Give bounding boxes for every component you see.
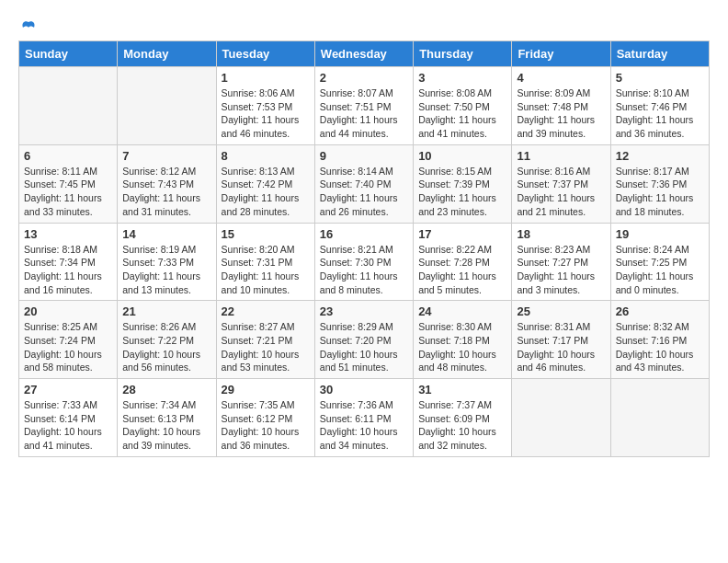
day-number: 12 xyxy=(616,149,704,163)
table-row: 18Sunrise: 8:23 AMSunset: 7:27 PMDayligh… xyxy=(512,223,610,301)
day-info: Sunrise: 8:14 AMSunset: 7:40 PMDaylight:… xyxy=(320,165,408,219)
table-row: 14Sunrise: 8:19 AMSunset: 7:33 PMDayligh… xyxy=(118,223,216,301)
day-number: 20 xyxy=(24,304,112,318)
day-number: 22 xyxy=(222,304,310,318)
table-row: 19Sunrise: 8:24 AMSunset: 7:25 PMDayligh… xyxy=(610,223,709,301)
day-info: Sunrise: 8:21 AMSunset: 7:30 PMDaylight:… xyxy=(320,243,408,297)
day-info: Sunrise: 8:07 AMSunset: 7:51 PMDaylight:… xyxy=(320,86,408,141)
day-info: Sunrise: 8:18 AMSunset: 7:34 PMDaylight:… xyxy=(24,243,112,297)
table-row: 30Sunrise: 7:36 AMSunset: 6:11 PMDayligh… xyxy=(314,379,413,457)
table-row: 26Sunrise: 8:32 AMSunset: 7:16 PMDayligh… xyxy=(610,301,709,379)
table-row: 17Sunrise: 8:22 AMSunset: 7:28 PMDayligh… xyxy=(414,223,512,301)
calendar-header-thursday: Thursday xyxy=(414,41,512,67)
day-number: 15 xyxy=(222,227,310,241)
table-row: 2Sunrise: 8:07 AMSunset: 7:51 PMDaylight… xyxy=(314,67,413,145)
logo xyxy=(18,18,38,33)
day-number: 13 xyxy=(24,227,112,241)
day-info: Sunrise: 8:11 AMSunset: 7:45 PMDaylight:… xyxy=(24,165,112,219)
day-info: Sunrise: 8:20 AMSunset: 7:31 PMDaylight:… xyxy=(222,243,310,297)
calendar-header-sunday: Sunday xyxy=(19,41,118,67)
day-info: Sunrise: 8:16 AMSunset: 7:37 PMDaylight:… xyxy=(517,165,605,219)
day-info: Sunrise: 8:22 AMSunset: 7:28 PMDaylight:… xyxy=(418,243,506,297)
day-info: Sunrise: 8:32 AMSunset: 7:16 PMDaylight:… xyxy=(616,320,704,374)
day-info: Sunrise: 8:15 AMSunset: 7:39 PMDaylight:… xyxy=(418,165,506,219)
table-row xyxy=(19,67,118,145)
day-number: 11 xyxy=(517,149,605,163)
table-row: 6Sunrise: 8:11 AMSunset: 7:45 PMDaylight… xyxy=(19,144,118,223)
table-row: 5Sunrise: 8:10 AMSunset: 7:46 PMDaylight… xyxy=(610,67,709,145)
day-info: Sunrise: 8:09 AMSunset: 7:48 PMDaylight:… xyxy=(517,86,605,141)
calendar-header-friday: Friday xyxy=(512,41,610,67)
day-number: 29 xyxy=(222,383,310,396)
calendar-week-1: 1Sunrise: 8:06 AMSunset: 7:53 PMDaylight… xyxy=(19,67,710,145)
table-row: 4Sunrise: 8:09 AMSunset: 7:48 PMDaylight… xyxy=(512,67,610,145)
table-row: 3Sunrise: 8:08 AMSunset: 7:50 PMDaylight… xyxy=(414,67,512,145)
table-row: 1Sunrise: 8:06 AMSunset: 7:53 PMDaylight… xyxy=(216,67,314,145)
day-info: Sunrise: 8:26 AMSunset: 7:22 PMDaylight:… xyxy=(122,320,210,374)
table-row: 13Sunrise: 8:18 AMSunset: 7:34 PMDayligh… xyxy=(19,223,118,301)
day-info: Sunrise: 8:19 AMSunset: 7:33 PMDaylight:… xyxy=(122,243,210,297)
day-info: Sunrise: 8:30 AMSunset: 7:18 PMDaylight:… xyxy=(418,320,506,374)
calendar-week-5: 27Sunrise: 7:33 AMSunset: 6:14 PMDayligh… xyxy=(19,379,710,457)
table-row xyxy=(118,67,216,145)
calendar-week-4: 20Sunrise: 8:25 AMSunset: 7:24 PMDayligh… xyxy=(19,301,710,379)
calendar-body: 1Sunrise: 8:06 AMSunset: 7:53 PMDaylight… xyxy=(19,67,710,457)
day-number: 10 xyxy=(418,149,506,163)
day-number: 21 xyxy=(122,304,210,318)
day-number: 5 xyxy=(616,71,704,85)
day-info: Sunrise: 8:31 AMSunset: 7:17 PMDaylight:… xyxy=(517,320,605,374)
page-header xyxy=(18,18,710,33)
table-row: 29Sunrise: 7:35 AMSunset: 6:12 PMDayligh… xyxy=(216,379,314,457)
day-number: 1 xyxy=(222,71,310,85)
day-info: Sunrise: 8:13 AMSunset: 7:42 PMDaylight:… xyxy=(222,165,310,219)
table-row: 11Sunrise: 8:16 AMSunset: 7:37 PMDayligh… xyxy=(512,144,610,223)
calendar-header-row: SundayMondayTuesdayWednesdayThursdayFrid… xyxy=(19,41,710,67)
day-number: 19 xyxy=(616,227,704,241)
day-number: 28 xyxy=(122,383,210,396)
table-row xyxy=(610,379,709,457)
day-number: 23 xyxy=(320,304,408,318)
table-row xyxy=(512,379,610,457)
table-row: 12Sunrise: 8:17 AMSunset: 7:36 PMDayligh… xyxy=(610,144,709,223)
day-info: Sunrise: 7:37 AMSunset: 6:09 PMDaylight:… xyxy=(418,398,506,453)
day-number: 6 xyxy=(24,149,112,163)
table-row: 20Sunrise: 8:25 AMSunset: 7:24 PMDayligh… xyxy=(19,301,118,379)
day-info: Sunrise: 8:17 AMSunset: 7:36 PMDaylight:… xyxy=(616,165,704,219)
calendar-header-monday: Monday xyxy=(118,41,216,67)
day-info: Sunrise: 7:36 AMSunset: 6:11 PMDaylight:… xyxy=(320,398,408,453)
day-number: 2 xyxy=(320,71,408,85)
day-number: 24 xyxy=(418,304,506,318)
day-number: 18 xyxy=(517,227,605,241)
table-row: 21Sunrise: 8:26 AMSunset: 7:22 PMDayligh… xyxy=(118,301,216,379)
calendar-week-2: 6Sunrise: 8:11 AMSunset: 7:45 PMDaylight… xyxy=(19,144,710,223)
day-info: Sunrise: 8:12 AMSunset: 7:43 PMDaylight:… xyxy=(122,165,210,219)
day-info: Sunrise: 8:25 AMSunset: 7:24 PMDaylight:… xyxy=(24,320,112,374)
table-row: 8Sunrise: 8:13 AMSunset: 7:42 PMDaylight… xyxy=(216,144,314,223)
table-row: 9Sunrise: 8:14 AMSunset: 7:40 PMDaylight… xyxy=(314,144,413,223)
table-row: 28Sunrise: 7:34 AMSunset: 6:13 PMDayligh… xyxy=(118,379,216,457)
table-row: 24Sunrise: 8:30 AMSunset: 7:18 PMDayligh… xyxy=(414,301,512,379)
table-row: 31Sunrise: 7:37 AMSunset: 6:09 PMDayligh… xyxy=(414,379,512,457)
day-info: Sunrise: 8:24 AMSunset: 7:25 PMDaylight:… xyxy=(616,243,704,297)
calendar-header-saturday: Saturday xyxy=(610,41,709,67)
calendar-week-3: 13Sunrise: 8:18 AMSunset: 7:34 PMDayligh… xyxy=(19,223,710,301)
day-info: Sunrise: 8:08 AMSunset: 7:50 PMDaylight:… xyxy=(418,86,506,141)
day-info: Sunrise: 8:10 AMSunset: 7:46 PMDaylight:… xyxy=(616,86,704,141)
day-number: 30 xyxy=(320,383,408,396)
table-row: 15Sunrise: 8:20 AMSunset: 7:31 PMDayligh… xyxy=(216,223,314,301)
day-info: Sunrise: 8:06 AMSunset: 7:53 PMDaylight:… xyxy=(222,86,310,141)
table-row: 25Sunrise: 8:31 AMSunset: 7:17 PMDayligh… xyxy=(512,301,610,379)
day-number: 14 xyxy=(122,227,210,241)
calendar-header-wednesday: Wednesday xyxy=(314,41,413,67)
day-number: 26 xyxy=(616,304,704,318)
table-row: 22Sunrise: 8:27 AMSunset: 7:21 PMDayligh… xyxy=(216,301,314,379)
day-number: 27 xyxy=(24,383,112,396)
day-info: Sunrise: 8:27 AMSunset: 7:21 PMDaylight:… xyxy=(222,320,310,374)
calendar-header-tuesday: Tuesday xyxy=(216,41,314,67)
day-info: Sunrise: 8:23 AMSunset: 7:27 PMDaylight:… xyxy=(517,243,605,297)
day-number: 4 xyxy=(517,71,605,85)
table-row: 10Sunrise: 8:15 AMSunset: 7:39 PMDayligh… xyxy=(414,144,512,223)
table-row: 27Sunrise: 7:33 AMSunset: 6:14 PMDayligh… xyxy=(19,379,118,457)
day-number: 25 xyxy=(517,304,605,318)
day-info: Sunrise: 8:29 AMSunset: 7:20 PMDaylight:… xyxy=(320,320,408,374)
